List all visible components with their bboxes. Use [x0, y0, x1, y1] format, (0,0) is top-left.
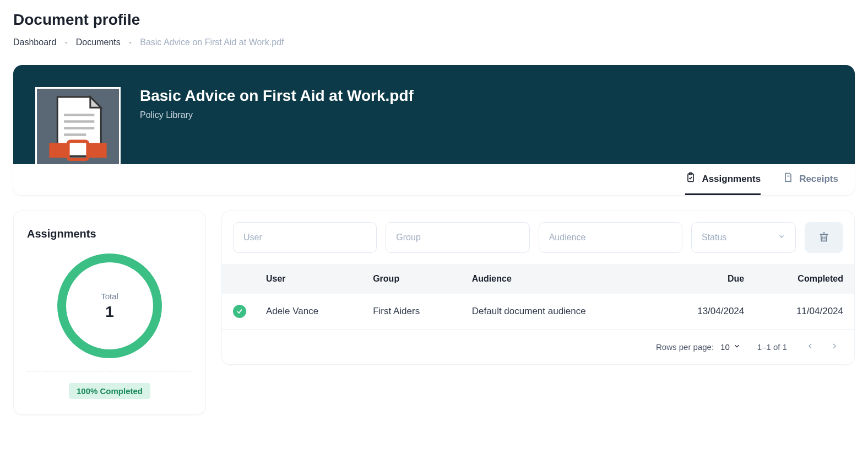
- rows-per-page: Rows per page: 10: [656, 342, 741, 352]
- assignments-table-card: Status: [221, 211, 855, 365]
- assignments-summary-card: Assignments Total 1 100% Completed: [13, 211, 206, 415]
- filter-row: Status: [222, 211, 854, 264]
- tab-label: Receipts: [799, 174, 838, 185]
- col-due: Due: [657, 264, 756, 294]
- tabs: Assignments Receipts: [685, 164, 838, 195]
- document-thumbnail: [35, 87, 121, 172]
- status-label: Status: [702, 233, 726, 242]
- cell-audience: Default document audience: [461, 294, 657, 330]
- next-page-button[interactable]: [828, 339, 841, 354]
- tab-assignments[interactable]: Assignments: [685, 164, 761, 195]
- chevron-left-icon: [806, 344, 815, 352]
- assignments-table: User Group Audience Due Completed Adele …: [222, 264, 854, 330]
- clipboard-check-icon: [685, 172, 696, 186]
- pager: [804, 339, 841, 354]
- cell-due: 13/04/2024: [657, 294, 756, 330]
- table-header-row: User Group Audience Due Completed: [222, 264, 854, 294]
- table-footer: Rows per page: 10 1–1 of 1: [222, 330, 854, 364]
- hero-banner: Basic Advice on First Aid at Work.pdf Po…: [13, 65, 855, 164]
- rows-per-page-value: 10: [720, 342, 730, 352]
- content-row: Assignments Total 1 100% Completed Statu…: [13, 211, 855, 415]
- total-label: Total: [101, 292, 118, 301]
- tab-receipts[interactable]: Receipts: [783, 164, 838, 195]
- status-complete-icon: [233, 305, 246, 318]
- breadcrumb-documents[interactable]: Documents: [76, 37, 121, 47]
- col-status: [222, 264, 255, 294]
- donut-ring: Total 1: [57, 254, 162, 358]
- group-filter-input[interactable]: [386, 222, 529, 253]
- cell-group: First Aiders: [362, 294, 461, 330]
- completion-chart: Total 1: [27, 254, 192, 372]
- rows-per-page-select[interactable]: 10: [720, 342, 741, 352]
- breadcrumb-separator: •: [129, 40, 132, 46]
- summary-title: Assignments: [27, 228, 192, 240]
- breadcrumb-separator: •: [65, 40, 67, 46]
- prev-page-button[interactable]: [804, 339, 817, 354]
- page-title: Document profile: [13, 11, 855, 29]
- completion-badge: 100% Completed: [69, 383, 150, 399]
- col-audience: Audience: [461, 264, 657, 294]
- hero-tabs-bar: Assignments Receipts: [13, 164, 855, 195]
- table-row[interactable]: Adele Vance First Aiders Default documen…: [222, 294, 854, 330]
- tab-label: Assignments: [702, 174, 761, 185]
- document-icon: [37, 89, 119, 171]
- receipt-icon: [783, 172, 794, 186]
- breadcrumb: Dashboard • Documents • Basic Advice on …: [13, 37, 855, 47]
- document-title: Basic Advice on First Aid at Work.pdf: [140, 87, 833, 105]
- cell-user: Adele Vance: [255, 294, 362, 330]
- clear-filters-button[interactable]: [805, 222, 843, 253]
- user-filter-input[interactable]: [233, 222, 377, 253]
- audience-filter-input[interactable]: [539, 222, 682, 253]
- total-value: 1: [101, 303, 118, 321]
- document-category: Policy Library: [140, 110, 833, 120]
- col-user: User: [255, 264, 362, 294]
- document-hero-card: Basic Advice on First Aid at Work.pdf Po…: [13, 65, 855, 195]
- svg-rect-5: [49, 143, 67, 158]
- rows-per-page-label: Rows per page:: [656, 342, 714, 352]
- cell-completed: 11/04/2024: [755, 294, 854, 330]
- trash-icon: [818, 231, 830, 245]
- chevron-right-icon: [830, 344, 839, 352]
- chevron-down-icon: [778, 233, 785, 242]
- col-completed: Completed: [755, 264, 854, 294]
- svg-rect-6: [89, 143, 107, 158]
- status-filter-select[interactable]: Status: [691, 222, 796, 253]
- breadcrumb-current: Basic Advice on First Aid at Work.pdf: [140, 37, 284, 47]
- breadcrumb-dashboard[interactable]: Dashboard: [13, 37, 56, 47]
- col-group: Group: [362, 264, 461, 294]
- pagination-range: 1–1 of 1: [757, 342, 787, 352]
- chevron-down-icon: [733, 342, 741, 352]
